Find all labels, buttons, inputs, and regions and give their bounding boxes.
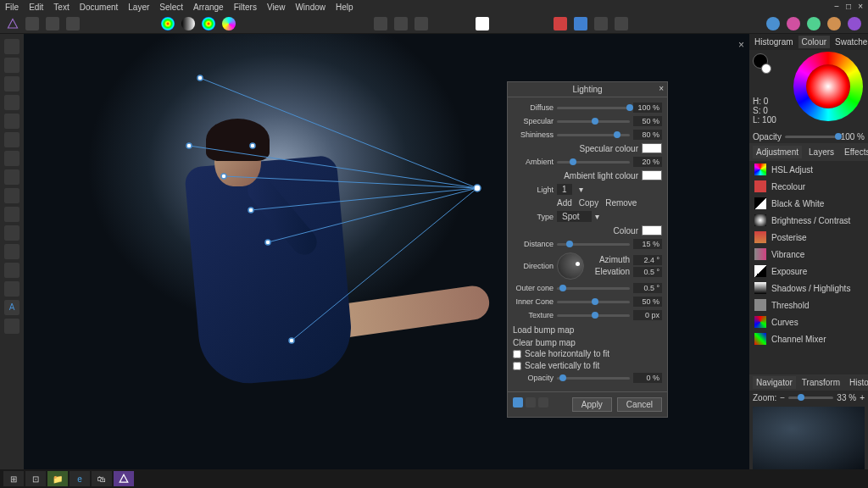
opacity-value[interactable]: 0 % — [633, 373, 662, 383]
type-select[interactable]: Spot — [557, 211, 592, 222]
copy-button[interactable]: Copy — [579, 198, 598, 208]
cmyk-icon[interactable] — [222, 17, 236, 30]
shape-tool-icon[interactable] — [4, 281, 19, 297]
ambient-slider[interactable] — [557, 161, 630, 164]
zoom-tool-icon[interactable] — [4, 319, 19, 334]
toolbar-icon[interactable] — [394, 17, 408, 30]
persona-tone-icon[interactable] — [827, 17, 841, 30]
menu-filters[interactable]: Filters — [234, 3, 257, 12]
color-wheel-icon[interactable] — [202, 17, 215, 30]
persona-develop-icon[interactable] — [807, 17, 821, 30]
toolbar-icon[interactable] — [415, 17, 428, 30]
menu-view[interactable]: View — [267, 3, 286, 12]
menu-layer[interactable]: Layer — [128, 3, 149, 12]
menu-edit[interactable]: Edit — [29, 3, 43, 12]
colour-wheel[interactable] — [793, 52, 863, 121]
selection-tool-icon[interactable] — [4, 95, 19, 110]
menu-text[interactable]: Text — [53, 3, 69, 12]
menu-select[interactable]: Select — [159, 3, 183, 12]
inner-cone-slider[interactable] — [557, 301, 630, 303]
toolbar-icon[interactable] — [374, 17, 387, 30]
opacity-slider[interactable] — [557, 377, 630, 380]
close-icon[interactable]: × — [858, 2, 863, 11]
adj-shadows[interactable]: Shadows / Highlights — [749, 280, 868, 297]
menu-window[interactable]: Window — [295, 3, 326, 12]
zoom-value[interactable]: 33 % — [837, 393, 856, 402]
pen-tool-icon[interactable] — [4, 263, 19, 278]
load-bump-button[interactable]: Load bump map — [513, 325, 574, 335]
specular-slider[interactable] — [557, 120, 630, 123]
preview-icon[interactable] — [526, 397, 536, 408]
zoom-slider[interactable] — [788, 396, 833, 399]
persona-export-icon[interactable] — [848, 17, 861, 30]
brush-tool-icon[interactable] — [4, 151, 19, 166]
ambient-value[interactable]: 20 % — [633, 157, 662, 167]
navigator-preview[interactable] — [753, 407, 865, 470]
toolbar-icon[interactable] — [554, 17, 567, 30]
toolbar-icon[interactable] — [66, 17, 80, 30]
toolbar-icon[interactable] — [25, 17, 39, 30]
erase-tool-icon[interactable] — [4, 169, 19, 185]
text-tool-icon[interactable]: A — [4, 300, 19, 315]
shininess-value[interactable]: 80 % — [633, 130, 662, 140]
distance-slider[interactable] — [557, 243, 630, 246]
crop-tool-icon[interactable] — [4, 76, 19, 92]
tab-histogram[interactable]: Histogram — [751, 36, 797, 48]
adj-threshold[interactable]: Threshold — [749, 297, 868, 313]
tab-history[interactable]: History — [846, 376, 868, 389]
menu-file[interactable]: File — [5, 3, 19, 12]
scale-h-checkbox[interactable]: Scale horizontally to fit — [513, 349, 662, 358]
tab-layers[interactable]: Layers — [805, 146, 837, 158]
tab-colour[interactable]: Colour — [798, 36, 830, 48]
close-document-icon[interactable]: × — [738, 39, 744, 51]
heal-tool-icon[interactable] — [4, 244, 19, 259]
opacity-value[interactable]: 100 % — [841, 132, 865, 141]
adj-channel-mixer[interactable]: Channel Mixer — [749, 330, 868, 347]
tab-swatches[interactable]: Swatches — [832, 36, 868, 48]
toolbar-icon[interactable] — [46, 17, 59, 30]
apply-button[interactable]: Apply — [572, 397, 612, 412]
adj-curves[interactable]: Curves — [749, 313, 868, 330]
adj-vibrance[interactable]: Vibrance — [749, 246, 868, 263]
store-icon[interactable]: 🛍 — [92, 471, 112, 486]
zoom-out-icon[interactable]: − — [780, 393, 785, 402]
menu-help[interactable]: Help — [336, 3, 353, 12]
smudge-tool-icon[interactable] — [4, 225, 19, 241]
adj-exposure[interactable]: Exposure — [749, 263, 868, 280]
marquee-tool-icon[interactable] — [4, 114, 19, 129]
dodge-tool-icon[interactable] — [4, 207, 19, 222]
clone-tool-icon[interactable] — [4, 188, 19, 203]
maximize-icon[interactable]: □ — [846, 2, 851, 11]
distance-value[interactable]: 15 % — [633, 239, 662, 249]
tab-effects[interactable]: Effects — [841, 146, 868, 158]
diffuse-value[interactable]: 100 % — [633, 103, 662, 113]
color-wheel-icon[interactable] — [161, 17, 175, 30]
toolbar-icon[interactable] — [574, 17, 587, 30]
canvas[interactable]: × Lighting × Diffuse100 % Specular50 % S… — [24, 34, 749, 472]
color-picker-tool-icon[interactable] — [4, 58, 19, 73]
edge-icon[interactable]: e — [70, 471, 90, 486]
app-icon[interactable] — [114, 471, 134, 486]
preview-icon[interactable] — [513, 397, 523, 408]
tab-adjustment[interactable]: Adjustment — [753, 146, 802, 158]
flood-tool-icon[interactable] — [4, 132, 19, 147]
outer-cone-value[interactable]: 0.5 ° — [633, 283, 662, 293]
toolbar-icon[interactable] — [615, 17, 628, 30]
adj-recolour[interactable]: Recolour — [749, 178, 868, 195]
colour-swatch[interactable] — [642, 225, 662, 236]
tab-transform[interactable]: Transform — [798, 376, 843, 389]
light-select[interactable]: 1 — [557, 184, 572, 195]
search-icon[interactable]: ⊡ — [25, 471, 46, 486]
texture-value[interactable]: 0 px — [633, 310, 662, 320]
zoom-in-icon[interactable]: + — [860, 393, 865, 402]
adj-brightness[interactable]: Brightness / Contrast — [749, 212, 868, 229]
persona-liquify-icon[interactable] — [787, 17, 800, 30]
persona-photo-icon[interactable] — [766, 17, 780, 30]
azimuth-value[interactable]: 2.4 ° — [633, 255, 662, 265]
start-icon[interactable]: ⊞ — [3, 471, 24, 486]
menu-arrange[interactable]: Arrange — [193, 3, 224, 12]
cancel-button[interactable]: Cancel — [617, 397, 662, 412]
diffuse-slider[interactable] — [557, 107, 630, 109]
toolbar-icon[interactable] — [594, 17, 608, 30]
preview-icon[interactable] — [538, 397, 548, 408]
